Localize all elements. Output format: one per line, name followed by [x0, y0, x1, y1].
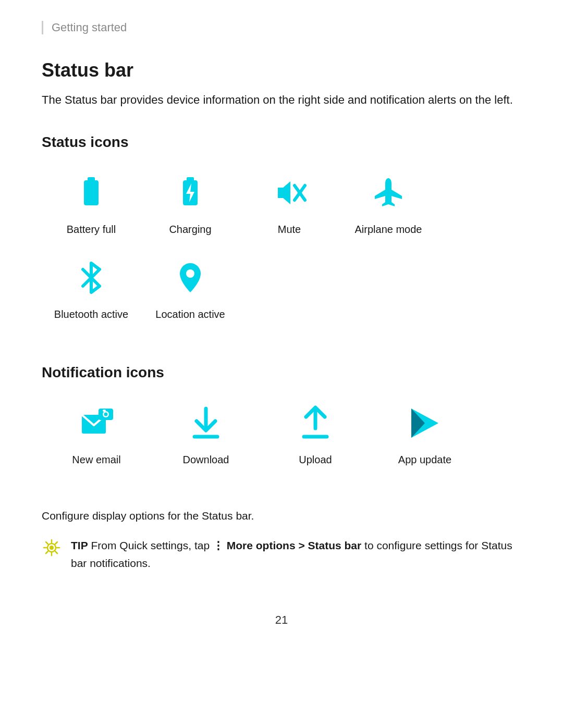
- location-active-icon: [167, 254, 214, 301]
- page-title: Status bar: [42, 59, 521, 81]
- status-icons-heading: Status icons: [42, 134, 521, 151]
- new-email-icon: [73, 400, 120, 447]
- svg-rect-3: [187, 177, 194, 181]
- upload-label: Upload: [299, 454, 332, 466]
- app-update-icon: [401, 400, 448, 447]
- tip-icon: [42, 538, 62, 558]
- notification-icons-heading: Notification icons: [42, 364, 521, 381]
- new-email-label: New email: [72, 454, 120, 466]
- intro-text: The Status bar provides device informati…: [42, 91, 521, 109]
- notification-icons-grid: New email Download Upload: [42, 400, 521, 485]
- list-item: Download: [151, 400, 261, 466]
- tip-dots: ⋮: [213, 539, 224, 551]
- svg-rect-12: [103, 410, 106, 412]
- mute-icon: [266, 169, 313, 216]
- list-item: New email: [42, 400, 151, 466]
- tip-text-before: From Quick settings, tap: [88, 539, 213, 551]
- status-icons-grid: Battery full Charging Mute: [42, 169, 521, 339]
- download-label: Download: [183, 454, 229, 466]
- airplane-mode-icon: [365, 169, 412, 216]
- list-item: App update: [370, 400, 480, 466]
- tip-label: TIP: [71, 539, 88, 551]
- svg-line-22: [46, 542, 48, 544]
- app-update-label: App update: [398, 454, 451, 466]
- tip-bold: More options > Status bar: [227, 539, 361, 551]
- svg-rect-0: [84, 180, 99, 205]
- battery-full-label: Battery full: [67, 224, 116, 236]
- list-item: Location active: [141, 254, 240, 320]
- download-icon: [182, 400, 229, 447]
- list-item: Bluetooth active: [42, 254, 141, 320]
- upload-icon: [292, 400, 339, 447]
- mute-label: Mute: [278, 224, 301, 236]
- airplane-mode-label: Airplane mode: [355, 224, 422, 236]
- configure-text: Configure display options for the Status…: [42, 510, 521, 522]
- tip-text: TIP From Quick settings, tap ⋮ More opti…: [71, 537, 521, 572]
- svg-rect-1: [88, 177, 95, 181]
- bluetooth-active-label: Bluetooth active: [54, 309, 128, 320]
- battery-full-icon: [68, 169, 115, 216]
- page-number: 21: [42, 613, 521, 627]
- tip-box: TIP From Quick settings, tap ⋮ More opti…: [42, 537, 521, 572]
- charging-label: Charging: [169, 224, 211, 236]
- svg-point-7: [186, 269, 194, 278]
- list-item: Charging: [141, 169, 240, 236]
- list-item: Battery full: [42, 169, 141, 236]
- svg-line-25: [46, 551, 48, 553]
- breadcrumb: Getting started: [42, 21, 521, 34]
- list-item: Upload: [261, 400, 370, 466]
- charging-icon: [167, 169, 214, 216]
- location-active-label: Location active: [155, 309, 225, 320]
- list-item: Mute: [240, 169, 339, 236]
- list-item: Airplane mode: [339, 169, 438, 236]
- bluetooth-active-icon: [68, 254, 115, 301]
- svg-line-24: [55, 542, 57, 544]
- svg-point-26: [50, 546, 54, 550]
- svg-line-23: [55, 551, 57, 553]
- svg-point-11: [104, 413, 108, 416]
